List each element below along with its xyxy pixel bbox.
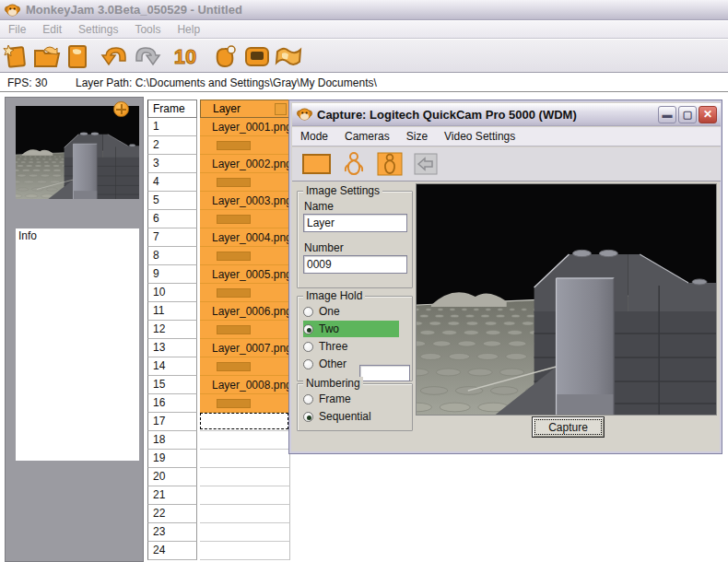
menu-video-settings[interactable]: Video Settings [436,130,523,143]
frame-number-cell[interactable]: 14 [147,357,197,376]
numbering-frame-radio[interactable]: Frame [303,391,399,407]
layer-cell[interactable]: Layer_0002.png [200,155,290,173]
frame-number-cell[interactable]: 21 [147,486,197,505]
live-frame-icon[interactable] [299,151,333,177]
preview-icon[interactable] [241,42,273,70]
open-icon[interactable] [31,42,63,70]
frame-number-cell[interactable]: 12 [147,321,197,339]
number-input[interactable] [303,255,407,274]
layer-cell[interactable] [200,413,290,431]
frame-number-cell[interactable]: 24 [147,542,197,560]
layer-cell[interactable] [200,542,290,560]
numbering-sequential-radio[interactable]: Sequential [303,408,399,425]
layer-cell[interactable]: Layer_0003.png [200,192,290,210]
layer-cell[interactable]: Layer_0005.png [200,265,290,284]
menu-tools[interactable]: Tools [126,23,169,36]
layer-cell[interactable] [200,486,290,505]
layer-thumbnail-image[interactable] [16,106,139,199]
frame-number-cell[interactable]: 1 [147,118,197,136]
frame-number-cell[interactable]: 4 [147,173,197,192]
layer-cell[interactable] [200,357,290,376]
frame-number-cell[interactable]: 8 [147,247,197,265]
new-icon[interactable] [0,42,31,70]
menu-file[interactable]: File [0,23,34,36]
onion-skin-icon[interactable] [375,151,405,177]
layer-cell[interactable] [200,523,290,542]
numbering-legend: Numbering [303,377,363,390]
layer-cell[interactable] [200,210,290,228]
layer-cell[interactable] [200,321,290,339]
menu-cameras[interactable]: Cameras [336,130,398,143]
layer-cell[interactable]: Layer_0004.png [200,228,290,247]
table-row: 9Layer_0005.png [147,265,290,284]
layer-cell[interactable]: Layer_0006.png [200,302,290,321]
layer-cell[interactable] [200,450,290,468]
frame-number-cell[interactable]: 18 [147,431,197,450]
frames-10-icon[interactable]: 10 [170,42,201,70]
frame-number-cell[interactable]: 3 [147,155,197,173]
hold-marker [217,252,251,261]
layer-cell[interactable] [200,136,290,155]
minimize-button[interactable]: ▬ [658,106,676,123]
layer-cell[interactable]: Layer_0007.png [200,339,290,357]
layer-cell[interactable]: Layer_0001.png [200,118,290,136]
hold-two-radio[interactable]: Two [303,321,399,337]
frame-number-cell[interactable]: 22 [147,505,197,523]
dialog-titlebar[interactable]: Capture: Logitech QuickCam Pro 5000 (WDM… [292,103,721,126]
frame-number-cell[interactable]: 20 [147,468,197,486]
main-toolbar: 10 [0,40,728,73]
layer-cell[interactable] [200,431,290,450]
close-button[interactable]: ✕ [699,106,717,123]
save-icon[interactable] [63,42,92,70]
other-hold-input[interactable] [359,365,410,381]
frame-number-cell[interactable]: 19 [147,450,197,468]
menu-edit[interactable]: Edit [34,23,70,36]
frame-number-cell[interactable]: 5 [147,192,197,210]
hold-marker [217,141,251,150]
layer-cell[interactable] [200,505,290,523]
layer-path-label: Layer Path: C:\Documents and Settings\Gr… [76,76,377,89]
svg-text:10: 10 [174,45,196,68]
monkey-outline-icon[interactable] [340,151,368,177]
frame-number-cell[interactable]: 9 [147,265,197,284]
export-icon[interactable] [273,42,304,70]
table-row: 23 [147,523,290,542]
frame-number-cell[interactable]: 15 [147,376,197,394]
frame-number-cell[interactable]: 10 [147,284,197,302]
capture-icon[interactable] [210,42,241,70]
layer-cell[interactable] [200,394,290,413]
menu-mode[interactable]: Mode [292,130,336,143]
frame-number-cell[interactable]: 6 [147,210,197,228]
undo-icon[interactable] [100,42,131,70]
move-layer-icon[interactable] [113,101,129,117]
layer-cell[interactable] [200,173,290,192]
frame-number-cell[interactable]: 13 [147,339,197,357]
table-header-row: Frame Layer [147,100,290,118]
hold-one-radio[interactable]: One [303,303,399,320]
frame-number-cell[interactable]: 7 [147,228,197,247]
menu-help[interactable]: Help [169,23,208,36]
hold-three-radio[interactable]: Three [303,338,399,355]
layer-cell[interactable] [200,247,290,265]
menu-settings[interactable]: Settings [70,23,126,36]
frame-number-cell[interactable]: 11 [147,302,197,321]
layer-cell[interactable]: Layer_0008.png [200,376,290,394]
radio-label: Other [319,357,346,370]
menu-size[interactable]: Size [398,130,436,143]
frame-number-cell[interactable]: 2 [147,136,197,155]
layer-column-header[interactable]: Layer [200,100,290,118]
layer-cell[interactable] [200,468,290,486]
frame-number-cell[interactable]: 17 [147,413,197,431]
info-label: Info [16,228,139,242]
layer-cell[interactable] [200,284,290,302]
maximize-button[interactable]: ▢ [678,106,697,123]
frame-number-cell[interactable]: 16 [147,394,197,413]
frame-number-cell[interactable]: 23 [147,523,197,542]
frame-column-header[interactable]: Frame [147,100,197,118]
name-input[interactable] [303,214,407,232]
capture-button[interactable]: Capture [532,416,605,438]
redo-icon[interactable] [131,42,162,70]
dialog-menubar: Mode Cameras Size Video Settings [292,127,721,146]
info-panel: Info [16,228,139,461]
layer-header-button[interactable] [275,103,287,115]
